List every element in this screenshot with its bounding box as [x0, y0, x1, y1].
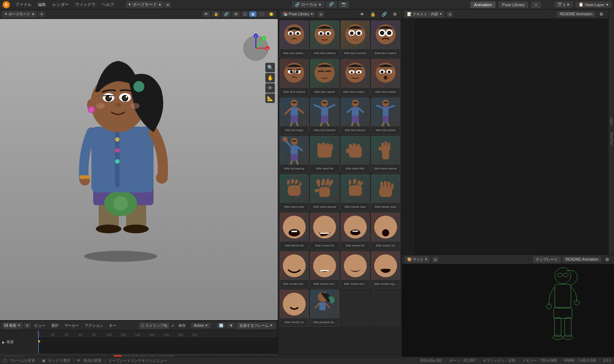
track-summary-content[interactable]: 0 20 40 60 80 100 120 140 160 180 200 22… — [37, 330, 278, 354]
pose-item-full-relaxed[interactable]: Ellie full relaxed — [341, 97, 370, 135]
nla-view-btn[interactable]: ビュー — [32, 322, 48, 329]
pose-lib-link-btn[interactable]: 🔗 — [380, 11, 389, 18]
nla-key-btn[interactable]: キー — [107, 322, 118, 329]
text-ed-mode-btn[interactable]: 📝 テキスト：内部 ▼ — [405, 11, 444, 18]
text-content-area[interactable] — [414, 19, 608, 254]
pose-item-mouth-smi3[interactable]: Ellie mouth smi... — [341, 251, 370, 288]
pose-item-full-angry[interactable]: Ellie full angry — [280, 97, 309, 135]
pose-item-mouth-squ[interactable]: Ellie mouth squ... — [371, 251, 400, 288]
vp-overlay-btn[interactable]: 👁 — [202, 11, 210, 17]
pose-lib-menu-btn[interactable]: ≡ — [318, 11, 324, 17]
cloudrig-label[interactable]: CloudRig — [610, 133, 613, 146]
pose-lib-settings-btn[interactable]: ⚙ — [391, 11, 399, 18]
header-cam-btn[interactable]: 📷 — [338, 1, 349, 8]
vrm-label[interactable]: VRM — [610, 118, 613, 125]
menu-help[interactable]: ヘルプ — [99, 1, 117, 8]
tool-search[interactable]: 🔍 — [265, 63, 275, 72]
text-ed-settings-btn[interactable]: ⚙ — [598, 11, 605, 18]
pose-item-hand-spread[interactable]: Ellie hand spread — [310, 174, 339, 211]
header-link-btn[interactable]: 🔗 — [326, 1, 337, 8]
scene-selector[interactable]: 🎬1▼ — [554, 1, 573, 8]
pose-item-face-default[interactable]: Ellie face default — [310, 20, 339, 58]
pose-lib-eye-btn[interactable]: 👁 — [358, 11, 366, 18]
nla-select-btn[interactable]: 選択 — [49, 322, 61, 329]
view-layer-selector[interactable]: 📋View Layer▼ — [576, 1, 612, 8]
svg-point-33 — [126, 96, 128, 98]
pose-item-face-excited[interactable]: Ellie face excited — [341, 20, 370, 58]
menu-render[interactable]: レンダー — [50, 1, 72, 8]
pose-item-mouth-oo[interactable]: Ellie mouth Oo — [371, 212, 400, 250]
track-expand-icon[interactable]: ▶ — [2, 340, 5, 344]
vp-render-btn[interactable]: ⚙ — [232, 11, 240, 17]
pose-item-hand-relax[interactable]: Ellie hand relax — [280, 174, 309, 211]
pose-item-face-squint[interactable]: Ellie face squint — [310, 59, 339, 96]
shading-wire[interactable]: ◻ — [241, 11, 249, 17]
menu-icon[interactable]: ≡ — [164, 2, 171, 8]
vp-menu-btn[interactable]: ≡ — [38, 11, 45, 17]
pose-item-face-scared[interactable]: Ellie face scared — [371, 20, 400, 58]
pose-item-mouth-aa[interactable]: Ellie Mouth Aa — [280, 212, 309, 250]
viewport-gizmo[interactable]: X Y Z — [241, 34, 270, 63]
pose-item-mouth-smi1[interactable]: Ellie mouth smi... — [280, 251, 309, 288]
pose-item-full-waving[interactable]: Ellie full waving — [280, 136, 309, 173]
pose-item-face-wissle[interactable]: Ellie face wissle — [371, 59, 400, 96]
pose-item-ponytail[interactable]: Ellie ponytail de... — [310, 290, 339, 327]
pose-item-hand-fist2[interactable]: Ellie hand fist2 — [341, 136, 370, 173]
vp-mode-dropdown[interactable]: ✦ポーズモード▼ — [2, 11, 37, 18]
shading-mat[interactable]: ⬛ — [257, 11, 266, 17]
text-ed-menu-btn[interactable]: ≡ — [447, 11, 453, 17]
mini-viewport[interactable]: 🎨 マット ▼ ≡ テンプレート README Animation ⚙ — [402, 254, 614, 364]
menu-window[interactable]: ウィンドウ — [72, 1, 98, 8]
pose-lib-mode-btn[interactable]: 📚 Pose Library ▼ — [281, 11, 315, 17]
pose-item-hand-narrow[interactable]: Ellie hand narrow — [371, 136, 400, 173]
pose-item-full-cheerful[interactable]: Ellie full cheerful — [310, 97, 339, 135]
tool-measure[interactable]: 📐 — [265, 93, 275, 103]
workspace-add-btn[interactable]: + — [531, 1, 541, 8]
vp-snap-btn[interactable]: 🔗 — [222, 11, 231, 17]
text-ed-filename[interactable]: README Animation — [557, 11, 595, 17]
pose-item-face-awkw[interactable]: Ellie face awkw... — [280, 20, 309, 58]
nla-mode-btn[interactable]: 🎞概要▼ — [2, 322, 23, 329]
workspace-tab-pose-library[interactable]: Pose Library — [499, 1, 528, 8]
mini-vp-template-btn[interactable]: テンプレート — [533, 256, 561, 263]
nla-marker-btn[interactable]: マーカー — [62, 322, 81, 329]
viewport-3d[interactable]: ✦ポーズモード▼ ≡ 👁 🔒 🔗 ⚙ ◻ ◼ ⬛ 🌟 — [0, 9, 278, 320]
header-local-btn[interactable]: 🔗 ローカル ▼ — [292, 1, 325, 8]
tool-orbit[interactable]: 👁 — [265, 83, 275, 93]
mode-dropdown-icon[interactable]: ▼ — [158, 3, 162, 7]
status-bar: ⬡ フレームを変更 | ▣ ボックス選択 | 👁 視点の変更 | ドープシートコ… — [0, 357, 614, 364]
pose-item-full-scared[interactable]: Ellie full scared — [371, 97, 400, 135]
sync-btn[interactable]: 🔄 — [217, 323, 225, 328]
vp-gizmo-btn[interactable]: 🔒 — [212, 11, 220, 17]
pose-item-face-suspic[interactable]: Ellie face suspic... — [341, 59, 370, 96]
pose-item-mouth-uu[interactable]: Ellie mouth Uu — [280, 290, 309, 327]
menu-edit[interactable]: 編集 — [35, 1, 49, 8]
shading-solid[interactable]: ◼ — [249, 11, 257, 17]
pose-item-face-scared2[interactable]: Ellie face scared — [280, 59, 309, 96]
shading-render[interactable]: 🌟 — [267, 11, 276, 17]
nla-menu-btn[interactable]: ≡ — [24, 323, 31, 328]
action-selector[interactable]: Action▼ — [191, 323, 211, 328]
nla-header: 🎞概要▼ ≡ ビュー 選択 マーカー アクション キー ⬡ストリップ化 ✓ 保存 — [0, 321, 278, 330]
menu-file[interactable]: ファイル — [12, 1, 34, 8]
filter-btn[interactable]: ▼ — [227, 323, 235, 328]
mini-vp-file-btn[interactable]: README Animation — [563, 257, 601, 262]
mini-vp-mode-btn[interactable]: 🎨 マット ▼ — [405, 256, 430, 263]
pose-lib-lock-btn[interactable]: 🔒 — [368, 11, 378, 18]
nla-channel-btn[interactable]: アクション — [83, 322, 105, 329]
strip-btn[interactable]: ⬡ストリップ化 — [139, 322, 170, 329]
pose-item-hand-fist[interactable]: Ellie hand fist — [310, 136, 339, 173]
svg-point-34 — [115, 103, 121, 107]
workspace-tab-animation[interactable]: Animation — [470, 1, 496, 8]
pose-item-mouth-eh[interactable]: Ellie mouth Eh — [341, 212, 370, 250]
mini-vp-settings-btn[interactable]: ⚙ — [603, 256, 611, 263]
pose-item-mouth-ee[interactable]: Ellie mouth Ee — [310, 212, 339, 250]
mini-vp-menu-btn[interactable]: ≡ — [432, 257, 439, 263]
pose-item-hands-relax[interactable]: Ellie hands relax — [371, 174, 400, 211]
pose-item-mouth-smi2[interactable]: Ellie mouth smi... — [310, 251, 339, 288]
tool-pan[interactable]: ✋ — [265, 73, 275, 83]
snap-to-frame-btn[interactable]: 近接するフレーム▼ — [236, 322, 276, 329]
pose-item-hands-claw[interactable]: Ellie hands claw — [341, 174, 370, 211]
svg-point-152 — [283, 254, 306, 277]
save-btn[interactable]: 保存 — [176, 322, 188, 329]
